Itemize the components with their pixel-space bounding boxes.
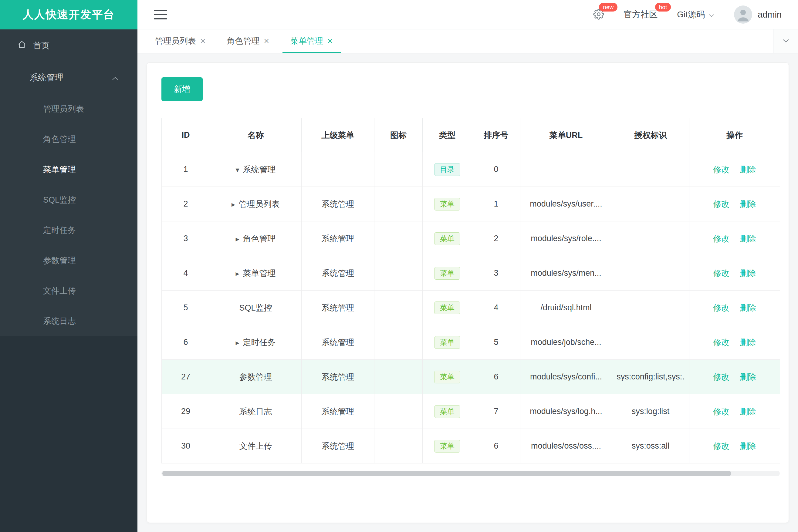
brand-title: 人人快速开发平台	[0, 0, 137, 30]
sidebar-item-log[interactable]: 系统日志	[0, 306, 137, 336]
delete-link[interactable]: 删除	[740, 373, 756, 382]
expand-caret-icon[interactable]	[236, 269, 239, 278]
cell-perms: sys:config:list,sys:.	[612, 360, 689, 394]
git-source-link[interactable]: Git源码	[677, 9, 715, 20]
horizontal-scrollbar[interactable]	[162, 471, 780, 476]
sidebar-group-system[interactable]: 系统管理	[0, 61, 137, 94]
cell-order: 6	[472, 360, 520, 394]
tab-admin-list[interactable]: 管理员列表	[147, 30, 214, 53]
cell-icon	[374, 187, 423, 222]
hamburger-menu-button[interactable]	[154, 10, 167, 19]
delete-link[interactable]: 删除	[740, 200, 756, 209]
cell-name: 管理员列表	[210, 187, 302, 222]
sidebar-item-label: 定时任务	[43, 225, 76, 236]
chevron-down-icon	[782, 39, 789, 44]
add-button[interactable]: 新增	[162, 77, 203, 101]
cell-perms	[612, 187, 689, 222]
delete-link[interactable]: 删除	[740, 269, 756, 278]
cell-perms	[612, 152, 689, 187]
edit-link[interactable]: 修改	[713, 269, 729, 278]
sidebar-item-sql[interactable]: SQL监控	[0, 185, 137, 215]
cell-perms	[612, 325, 689, 360]
type-badge: 菜单	[434, 302, 460, 314]
cell-actions: 修改 删除	[689, 325, 780, 360]
cell-menu-url: modules/sys/user....	[520, 187, 612, 222]
edit-link[interactable]: 修改	[713, 165, 729, 174]
sidebar-item-job[interactable]: 定时任务	[0, 215, 137, 245]
edit-link[interactable]: 修改	[713, 338, 729, 347]
type-badge: 菜单	[434, 336, 460, 349]
sidebar-item-oss[interactable]: 文件上传	[0, 276, 137, 306]
cell-name: 系统管理	[210, 152, 302, 187]
column-header: 上级菜单	[302, 118, 374, 152]
cell-menu-url: modules/sys/men...	[520, 256, 612, 290]
delete-link[interactable]: 删除	[740, 442, 756, 451]
close-icon[interactable]	[264, 36, 270, 45]
cell-type: 菜单	[423, 360, 472, 394]
expand-caret-icon[interactable]	[231, 200, 235, 209]
edit-link[interactable]: 修改	[713, 442, 729, 451]
sidebar-nav: 首页 系统管理 管理员列表 角色管理 菜单管理 SQL监控 定时任务 参数管理 …	[0, 30, 137, 336]
cell-name: 文件上传	[210, 429, 302, 463]
edit-link[interactable]: 修改	[713, 373, 729, 382]
menu-name-label: SQL监控	[239, 303, 272, 312]
type-badge: 菜单	[434, 232, 460, 245]
cell-actions: 修改 删除	[689, 429, 780, 463]
cell-menu-url: /druid/sql.html	[520, 290, 612, 325]
edit-link[interactable]: 修改	[713, 407, 729, 416]
sidebar-item-role[interactable]: 角色管理	[0, 124, 137, 154]
cell-perms	[612, 222, 689, 256]
close-icon[interactable]	[328, 36, 333, 45]
table-row: 30 文件上传 系统管理 菜单 6 modules/oss/oss.... sy…	[162, 429, 780, 463]
sidebar-item-config[interactable]: 参数管理	[0, 245, 137, 276]
delete-link[interactable]: 删除	[740, 234, 756, 243]
menu-table: ID名称上级菜单图标类型排序号菜单URL授权标识操作 1 系统管理 目录 0 修…	[162, 118, 780, 463]
cell-icon	[374, 429, 423, 463]
close-icon[interactable]	[200, 36, 206, 45]
expand-caret-icon[interactable]	[236, 339, 239, 347]
user-menu[interactable]: admin	[734, 5, 782, 24]
expand-caret-icon[interactable]	[236, 235, 239, 243]
cell-id: 4	[162, 256, 210, 290]
community-link[interactable]: 官方社区 hot	[624, 9, 657, 20]
type-badge: 目录	[434, 163, 460, 176]
content-area: 新增 ID名称上级菜单图标类型排序号菜单URL授权标识操作 1 系统管理 目录	[137, 53, 798, 532]
delete-link[interactable]: 删除	[740, 303, 756, 312]
scrollbar-thumb[interactable]	[162, 471, 731, 476]
edit-link[interactable]: 修改	[713, 234, 729, 243]
expand-caret-icon[interactable]	[236, 166, 239, 174]
cell-order: 3	[472, 256, 520, 290]
tab-menu[interactable]: 菜单管理	[282, 30, 341, 53]
cell-id: 27	[162, 360, 210, 394]
settings-button[interactable]: new	[593, 9, 604, 21]
sidebar-item-admin-list[interactable]: 管理员列表	[0, 94, 137, 124]
sidebar-item-home[interactable]: 首页	[0, 30, 137, 61]
cell-name: 菜单管理	[210, 256, 302, 290]
menu-name-label: 管理员列表	[239, 200, 280, 209]
edit-link[interactable]: 修改	[713, 303, 729, 312]
chevron-down-icon	[708, 10, 715, 19]
sidebar-item-label: SQL监控	[43, 194, 76, 205]
tabs-dropdown-button[interactable]	[773, 30, 798, 53]
column-header: 菜单URL	[520, 118, 612, 152]
delete-link[interactable]: 删除	[740, 165, 756, 174]
cell-order: 2	[472, 222, 520, 256]
cell-parent-menu: 系统管理	[302, 360, 374, 394]
table-row: 27 参数管理 系统管理 菜单 6 modules/sys/confi... s…	[162, 360, 780, 394]
sidebar-group-label: 系统管理	[30, 72, 63, 83]
cell-order: 6	[472, 429, 520, 463]
delete-link[interactable]: 删除	[740, 338, 756, 347]
tab-role[interactable]: 角色管理	[219, 30, 277, 53]
tabbar-tabs: 管理员列表 角色管理 菜单管理	[137, 30, 346, 53]
cell-type: 菜单	[423, 394, 472, 429]
cell-icon	[374, 325, 423, 360]
sidebar-item-menu[interactable]: 菜单管理	[0, 154, 137, 185]
sidebar-item-label: 角色管理	[43, 134, 76, 145]
cell-parent-menu: 系统管理	[302, 290, 374, 325]
delete-link[interactable]: 删除	[740, 407, 756, 416]
cell-actions: 修改 删除	[689, 360, 780, 394]
cell-id: 3	[162, 222, 210, 256]
cell-name: 角色管理	[210, 222, 302, 256]
edit-link[interactable]: 修改	[713, 200, 729, 209]
table-row: 29 系统日志 系统管理 菜单 7 modules/sys/log.h... s…	[162, 394, 780, 429]
